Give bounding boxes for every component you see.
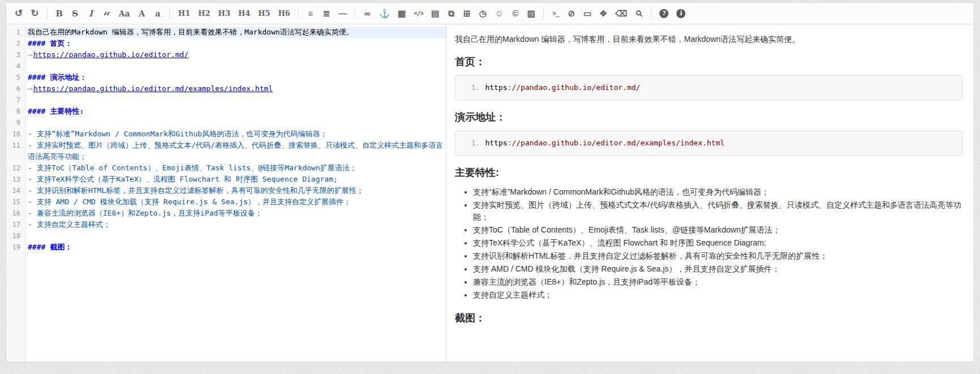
tab-arrow-icon: ⟶	[28, 84, 31, 93]
line-number: 11	[6, 140, 25, 162]
line-number: 15	[6, 196, 25, 208]
editor-line-content[interactable]: - 兼容主流的浏览器（IE8+）和Zepto.js，且支持iPad等平板设备；	[25, 208, 446, 219]
code-button[interactable]: </>	[411, 7, 426, 20]
table-icon: ⊞	[463, 8, 471, 19]
h1-button[interactable]: H1	[175, 7, 193, 20]
preview-paragraph: 我自己在用的Markdown 编辑器，写博客用，目前来看效果不错，Markdow…	[455, 33, 962, 45]
editor-text: - 支持 AMD / CMD 模块化加载（支持 Require.js & Sea…	[28, 197, 351, 206]
lowercase-icon: a	[155, 8, 160, 19]
help-icon: ?	[659, 9, 668, 18]
search-button[interactable]: ⚲	[632, 7, 646, 20]
h6-button[interactable]: H6	[275, 7, 293, 20]
editor-line-content[interactable]: 我自己在用的Markdown 编辑器，写博客用，目前来看效果不错，Markdow…	[25, 27, 446, 38]
preview-button[interactable]: ▭	[581, 7, 594, 20]
h2-button[interactable]: H2	[195, 7, 213, 20]
fullscreen-button[interactable]: ✥	[596, 7, 610, 20]
line-number: 12	[6, 162, 25, 174]
editor-text: - 支持实时预览、图片（跨域）上传、预格式文本/代码/表格插入、代码折叠、搜索替…	[28, 141, 443, 161]
table-button[interactable]: ⊞	[460, 7, 474, 20]
image-button[interactable]: ▦	[395, 7, 408, 20]
preformatted-text-button[interactable]: ▤	[428, 7, 442, 20]
editor-line-content[interactable]: - 支持“标准”Markdown / CommonMark和Github风格的语…	[25, 128, 446, 140]
image-icon: ▦	[398, 8, 406, 19]
editor-line-13: 13- 支持TeX科学公式（基于KaTeX）、流程图 Flowchart 和 时…	[6, 174, 446, 185]
codemirror-editor[interactable]: 1我自己在用的Markdown 编辑器，写博客用，目前来看效果不错，Markdo…	[6, 24, 446, 362]
feature-item: 支持识别和解析HTML标签，并且支持自定义过滤标签解析，具有可靠的安全性和几乎无…	[473, 250, 962, 262]
uppercase-button[interactable]: A	[135, 7, 148, 20]
link-button[interactable]: ∞	[360, 7, 374, 20]
editor-text: #### 主要特性:	[28, 107, 84, 115]
feature-item: 支持ToC（Table of Contents）、Emoji表情、Task li…	[473, 224, 962, 236]
editor-line-content[interactable]	[25, 61, 446, 72]
editor-text: #### 演示地址：	[28, 73, 87, 81]
h2-icon: H2	[198, 8, 210, 19]
editor-line-6: 6⟶https://pandao.github.io/editor.md/exa…	[6, 83, 446, 94]
del-button[interactable]: S	[69, 7, 82, 20]
pagebreak-button[interactable]: ▥	[525, 7, 538, 20]
editor-line-content[interactable]: - 支持 AMD / CMD 模块化加载（支持 Require.js & Sea…	[25, 196, 446, 208]
editor-line-content[interactable]: ⟶https://pandao.github.io/editor.md/exam…	[25, 83, 446, 94]
h4-button[interactable]: H4	[235, 7, 253, 20]
editor-line-7: 7	[6, 94, 446, 106]
line-number: 19	[6, 242, 25, 253]
editor-line-content[interactable]: #### 演示地址：	[25, 72, 446, 83]
editor-line-content[interactable]: - 支持实时预览、图片（跨域）上传、预格式文本/代码/表格插入、代码折叠、搜索替…	[25, 140, 446, 162]
h3-button[interactable]: H3	[215, 7, 233, 20]
toolbar-divider	[298, 8, 299, 19]
code-icon: </>	[414, 8, 423, 19]
help-button[interactable]: ?	[657, 7, 671, 20]
quote-button[interactable]: “	[100, 7, 114, 20]
hr-button[interactable]: —	[335, 7, 350, 20]
redo-button[interactable]: ↻	[28, 7, 41, 20]
line-number: 7	[6, 94, 25, 106]
h5-button[interactable]: H5	[255, 7, 273, 20]
editor-line-content[interactable]	[25, 117, 446, 128]
bold-button[interactable]: B	[53, 7, 66, 20]
editor-line-content[interactable]: #### 首页：	[25, 38, 446, 49]
line-number: 9	[6, 117, 25, 128]
reference-link-button[interactable]: ⚓	[376, 7, 393, 20]
list-ol-button[interactable]: ≣	[319, 7, 333, 20]
editor-line-content[interactable]	[25, 230, 446, 242]
italic-button[interactable]: I	[84, 7, 98, 20]
editor-line-4: 4	[6, 61, 446, 72]
editor-line-content[interactable]: - 支持ToC（Table of Contents）、Emoji表情、Task …	[25, 162, 446, 174]
lowercase-button[interactable]: a	[151, 7, 164, 20]
editor-line-content[interactable]: #### 截图：	[25, 242, 446, 253]
goto-line-button[interactable]: >_	[549, 7, 563, 20]
preview-heading: 截图：	[455, 311, 962, 325]
code-block-button[interactable]: ⧉	[444, 7, 458, 20]
ucwords-button[interactable]: Aa	[116, 7, 133, 20]
editor-line-content[interactable]: #### 主要特性:	[25, 106, 446, 117]
editor-line-content[interactable]: - 支持自定义主题样式；	[25, 219, 446, 230]
watch-button[interactable]: ⊘	[565, 7, 578, 20]
editor-line-content[interactable]: ⟶https://pandao.github.io/editor.md/	[25, 49, 446, 61]
editor-line-content[interactable]: - 支持识别和解析HTML标签，并且支持自定义过滤标签解析，具有可靠的安全性和几…	[25, 185, 446, 196]
list-ul-icon: ≡	[308, 8, 313, 19]
editor-line-content[interactable]: - 支持TeX科学公式（基于KaTeX）、流程图 Flowchart 和 时序图…	[25, 174, 446, 185]
goto-line-icon: >_	[552, 8, 559, 19]
code-block-icon: ⧉	[448, 8, 454, 19]
editor-line-19: 19#### 截图：	[6, 242, 446, 253]
datetime-button[interactable]: ◷	[476, 7, 489, 20]
info-button[interactable]: i	[674, 7, 688, 20]
clear-button[interactable]: ⌫	[612, 7, 630, 20]
line-number: 18	[6, 230, 25, 242]
editor-text: #### 截图：	[28, 243, 72, 251]
undo-button[interactable]: ↺	[12, 7, 25, 20]
editor-text: - 支持“标准”Markdown / CommonMark和Github风格的语…	[28, 130, 327, 138]
emoji-button[interactable]: ☺	[492, 7, 506, 20]
preview-pane[interactable]: 我自己在用的Markdown 编辑器，写博客用，目前来看效果不错，Markdow…	[446, 24, 974, 362]
feature-item: 兼容主流的浏览器（IE8+）和Zepto.js，且支持iPad等平板设备；	[473, 276, 962, 288]
del-icon: S	[72, 8, 78, 19]
editor-text: - 支持TeX科学公式（基于KaTeX）、流程图 Flowchart 和 时序图…	[28, 175, 338, 183]
line-number: 17	[6, 219, 25, 230]
editor-line-content[interactable]	[25, 94, 446, 106]
editor-text: https://pandao.github.io/editor.md/	[33, 50, 189, 59]
pagebreak-icon: ▥	[527, 8, 535, 19]
preview-heading: 首页：	[455, 55, 962, 68]
list-ul-button[interactable]: ≡	[304, 7, 317, 20]
line-number: 10	[6, 128, 25, 140]
bold-icon: B	[56, 8, 63, 19]
html-entities-button[interactable]: ©	[509, 7, 522, 20]
